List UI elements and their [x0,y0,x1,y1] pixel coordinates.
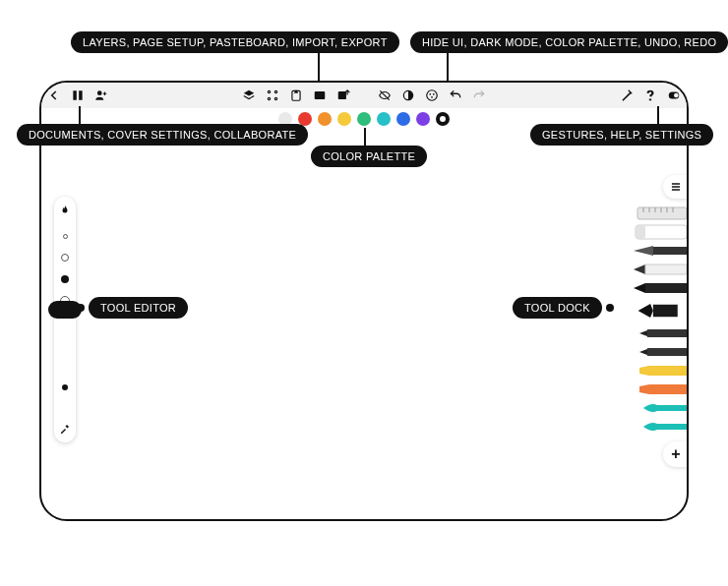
leader [318,53,320,83]
callout-top-right: HIDE UI, DARK MODE, COLOR PALETTE, UNDO,… [410,31,728,53]
swatch-green[interactable] [357,112,371,126]
size-1[interactable] [59,230,71,242]
svg-rect-7 [338,91,346,99]
toolbar-center-group [242,88,350,102]
page-setup-icon[interactable] [266,88,279,102]
dock-tab[interactable] [663,175,689,199]
svg-point-2 [274,90,276,92]
slider-dot[interactable] [59,381,71,393]
pencil-light-tool[interactable] [632,261,687,278]
svg-rect-28 [647,329,687,337]
svg-point-0 [97,90,102,95]
back-icon[interactable] [47,88,61,102]
svg-point-3 [268,97,270,99]
dark-mode-icon[interactable] [401,88,415,102]
add-tool-button[interactable]: + [663,441,689,467]
leader [364,128,366,146]
svg-point-14 [674,93,679,98]
knife-tool[interactable] [632,242,687,260]
brush-teal-tool[interactable] [641,399,687,417]
callout-tool-editor: TOOL EDITOR [89,297,188,319]
svg-rect-15 [637,207,687,219]
svg-rect-29 [647,348,687,356]
swatch-yellow[interactable] [337,112,351,126]
svg-rect-33 [657,424,687,430]
settings-icon[interactable] [667,88,681,102]
swatch-orange[interactable] [318,112,332,126]
toolbar-right-group [620,88,681,102]
svg-rect-27 [653,305,678,317]
color-palette [278,112,450,126]
fineliner-tool[interactable] [637,324,687,342]
highlighter-yellow-tool[interactable] [637,362,687,380]
size-2[interactable] [59,252,71,264]
callout-left-group: DOCUMENTS, COVER SETTINGS, COLLABORATE [17,124,308,146]
toolbar-center2-group [378,88,486,102]
swatch-purple[interactable] [416,112,430,126]
documents-icon[interactable] [71,88,85,102]
svg-rect-25 [645,264,687,274]
hide-ui-icon[interactable] [378,88,392,102]
marker-orange-tool[interactable] [637,381,687,398]
help-icon[interactable] [643,88,657,102]
svg-point-12 [431,96,433,98]
swatch-custom[interactable] [436,112,450,126]
fineliner2-tool[interactable] [637,343,687,361]
redo-icon[interactable] [472,88,486,102]
svg-point-1 [268,90,270,92]
svg-point-10 [429,93,431,95]
callout-color-palette: COLOR PALETTE [311,146,427,167]
eyedropper-icon[interactable] [59,423,71,435]
leader [447,53,449,83]
tool-dock: + [628,175,687,467]
leader-dot [606,304,614,312]
flame-icon[interactable] [59,205,71,216]
svg-rect-30 [649,366,687,376]
size-3[interactable] [59,273,71,285]
svg-rect-23 [636,225,645,239]
callout-right-group: GESTURES, HELP, SETTINGS [530,124,713,146]
callout-tool-dock: TOOL DOCK [513,297,602,319]
svg-rect-32 [657,405,687,411]
toolbar-left-group [47,88,108,102]
leader [79,106,81,124]
palette-icon[interactable] [425,88,439,102]
pencil-dark-tool[interactable] [632,279,687,297]
swatch-blue[interactable] [396,112,410,126]
leader-dot [77,304,85,312]
brush-teal2-tool[interactable] [641,418,687,436]
svg-rect-31 [649,384,687,394]
dock-tools [628,205,687,436]
collaborate-icon[interactable] [94,88,108,102]
import-icon[interactable] [313,88,327,102]
gestures-icon[interactable] [620,88,634,102]
top-toolbar [41,83,687,108]
export-icon[interactable] [336,88,350,102]
plus-icon: + [671,445,680,463]
tool-editor-panel [54,197,76,442]
svg-rect-24 [653,247,687,255]
undo-icon[interactable] [449,88,462,102]
swatch-teal[interactable] [377,112,391,126]
nib-pen-tool[interactable] [628,298,687,323]
pasteboard-icon[interactable] [289,88,303,102]
svg-point-9 [427,90,438,101]
menu-icon [669,180,683,194]
svg-rect-26 [645,283,687,293]
eraser-tool[interactable] [632,223,687,241]
callout-top-left: LAYERS, PAGE SETUP, PASTEBOARD, IMPORT, … [71,31,399,53]
svg-point-11 [433,93,435,95]
layers-icon[interactable] [242,88,256,102]
svg-rect-6 [315,91,326,99]
svg-point-4 [274,97,276,99]
ruler-tool[interactable] [632,205,687,222]
leader [657,106,659,124]
